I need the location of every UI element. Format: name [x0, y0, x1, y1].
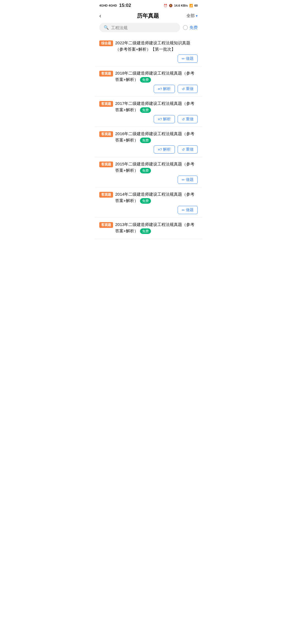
item-title: 2015年二级建造师建设工程法规真题（参考答案+解析）免费	[115, 161, 198, 173]
item-actions: ✏做题	[99, 54, 198, 63]
free-badge: 免费	[140, 198, 151, 204]
alarm-icon: ⏰	[164, 4, 167, 7]
action-label: 做题	[186, 208, 194, 212]
item-header: 客观题2016年二级建造师建设工程法规真题（参考答案+解析）免费	[99, 131, 198, 143]
analysis-icon: ≡?	[158, 117, 162, 121]
signal-text: 4GHD 4GHD	[99, 4, 117, 7]
item-title: 2016年二级建造师建设工程法规真题（参考答案+解析）免费	[115, 131, 198, 143]
item-header: 综合题2022年二级建造师建设工程法规知识真题（参考答案+解析）【第一批次】	[99, 40, 198, 52]
filter-label: 全部	[186, 13, 195, 18]
item-header: 客观题2015年二级建造师建设工程法规真题（参考答案+解析）免费	[99, 161, 198, 173]
filter-dropdown[interactable]: 全部 ▾	[186, 13, 198, 18]
list-item: 客观题2017年二级建造师建设工程法规真题（参考答案+解析）免费≡?解析↺重做	[95, 97, 202, 127]
list-item: 客观题2014年二级建造师建设工程法规真题（参考答案+解析）免费✏做题	[95, 187, 202, 218]
edit-icon: ✏	[182, 208, 185, 212]
action-label: 做题	[186, 177, 194, 182]
status-bar: 4GHD 4GHD 15:02 ⏰ 🔕 14.6 KB/s 📶 60	[95, 0, 202, 10]
item-header: 客观题2014年二级建造师建设工程法规真题（参考答案+解析）免费	[99, 191, 198, 204]
item-actions: ✏做题	[99, 176, 198, 184]
free-label: 免费	[189, 25, 198, 30]
free-badge: 免费	[140, 168, 151, 173]
back-button[interactable]: ‹	[99, 12, 109, 20]
action-label: 解析	[163, 117, 171, 122]
analysis-icon: ≡?	[158, 87, 162, 91]
item-title: 2018年二级建造师建设工程法规真题（参考答案+解析）免费	[115, 70, 198, 83]
action-label: 解析	[163, 86, 171, 91]
search-input-wrap[interactable]: 🔍	[99, 23, 180, 32]
status-left: 4GHD 4GHD 15:02	[99, 3, 131, 8]
list-item: 客观题2016年二级建造师建设工程法规真题（参考答案+解析）免费≡?解析↺重做	[95, 127, 202, 157]
action-button-解析[interactable]: ≡?解析	[154, 115, 175, 123]
item-tag: 客观题	[99, 162, 113, 167]
action-label: 重做	[186, 147, 194, 152]
page-title: 历年真题	[137, 12, 159, 20]
list-item: 综合题2022年二级建造师建设工程法规知识真题（参考答案+解析）【第一批次】✏做…	[95, 36, 202, 66]
action-button-重做[interactable]: ↺重做	[178, 85, 198, 93]
action-label: 做题	[186, 56, 194, 61]
silent-icon: 🔕	[169, 4, 173, 7]
search-bar: 🔍 免费	[95, 23, 202, 32]
action-label: 重做	[186, 117, 194, 122]
item-actions: ≡?解析↺重做	[99, 115, 198, 123]
item-tag: 客观题	[99, 71, 113, 77]
analysis-icon: ≡?	[158, 148, 162, 152]
item-title: 2022年二级建造师建设工程法规知识真题（参考答案+解析）【第一批次】	[115, 40, 198, 52]
item-header: 客观题2017年二级建造师建设工程法规真题（参考答案+解析）免费	[99, 100, 198, 113]
free-radio[interactable]	[183, 25, 188, 30]
item-title: 2014年二级建造师建设工程法规真题（参考答案+解析）免费	[115, 191, 198, 204]
item-actions: ≡?解析↺重做	[99, 145, 198, 154]
action-button-解析[interactable]: ≡?解析	[154, 85, 175, 93]
action-button-做题[interactable]: ✏做题	[178, 176, 198, 184]
action-button-重做[interactable]: ↺重做	[178, 115, 198, 123]
free-badge: 免费	[140, 228, 151, 234]
item-header: 客观题2013年二级建造师建设工程法规真题（参考答案+解析）免费	[99, 222, 198, 234]
item-actions: ✏做题	[99, 206, 198, 214]
list-item: 客观题2013年二级建造师建设工程法规真题（参考答案+解析）免费	[95, 218, 202, 239]
item-tag: 综合题	[99, 40, 113, 46]
action-button-做题[interactable]: ✏做题	[178, 206, 198, 214]
free-badge: 免费	[140, 138, 151, 143]
action-label: 解析	[163, 147, 171, 152]
wifi-icon: 📶	[189, 4, 193, 7]
edit-icon: ✏	[182, 57, 185, 61]
free-toggle[interactable]: 免费	[183, 25, 198, 30]
item-title: 2013年二级建造师建设工程法规真题（参考答案+解析）免费	[115, 222, 198, 234]
dropdown-arrow-icon: ▾	[196, 14, 198, 18]
item-tag: 客观题	[99, 131, 113, 137]
network-speed: 14.6 KB/s	[174, 4, 188, 7]
nav-bar: ‹ 历年真题 全部 ▾	[95, 10, 202, 23]
search-icon: 🔍	[104, 25, 109, 30]
battery-icon: 60	[194, 4, 198, 7]
item-actions: ≡?解析↺重做	[99, 85, 198, 93]
action-label: 重做	[186, 86, 194, 91]
status-right: ⏰ 🔕 14.6 KB/s 📶 60	[164, 4, 198, 7]
list-item: 客观题2018年二级建造师建设工程法规真题（参考答案+解析）免费≡?解析↺重做	[95, 66, 202, 97]
redo-icon: ↺	[182, 148, 185, 152]
action-button-重做[interactable]: ↺重做	[178, 145, 198, 154]
free-badge: 免费	[140, 77, 151, 83]
item-list: 综合题2022年二级建造师建设工程法规知识真题（参考答案+解析）【第一批次】✏做…	[95, 36, 202, 239]
item-tag: 客观题	[99, 101, 113, 107]
time: 15:02	[119, 3, 131, 8]
action-button-解析[interactable]: ≡?解析	[154, 145, 175, 154]
action-button-做题[interactable]: ✏做题	[178, 54, 198, 63]
item-tag: 客观题	[99, 222, 113, 228]
item-tag: 客观题	[99, 192, 113, 198]
redo-icon: ↺	[182, 87, 185, 91]
free-badge: 免费	[140, 107, 151, 113]
search-input[interactable]	[111, 25, 176, 30]
edit-icon: ✏	[182, 178, 185, 182]
list-item: 客观题2015年二级建造师建设工程法规真题（参考答案+解析）免费✏做题	[95, 157, 202, 187]
item-title: 2017年二级建造师建设工程法规真题（参考答案+解析）免费	[115, 100, 198, 113]
redo-icon: ↺	[182, 117, 185, 121]
item-header: 客观题2018年二级建造师建设工程法规真题（参考答案+解析）免费	[99, 70, 198, 83]
